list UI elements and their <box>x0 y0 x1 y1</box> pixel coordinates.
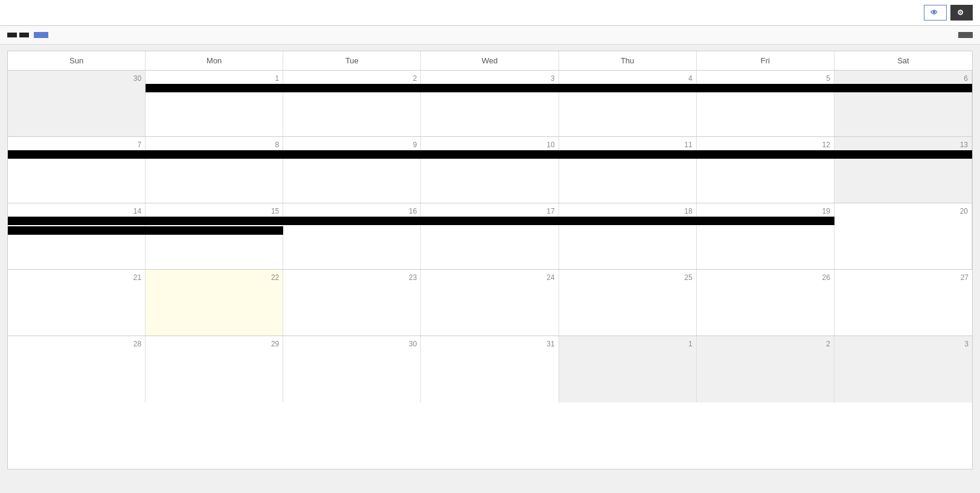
day-number: 19 <box>697 205 834 217</box>
cal-day-2-2[interactable]: 16 <box>283 203 421 269</box>
day-number: 29 <box>146 337 283 349</box>
day-number: 25 <box>559 271 696 283</box>
cal-day-2-0[interactable]: 14 <box>8 203 146 269</box>
screen-settings-button[interactable]: ⚙ <box>950 5 973 21</box>
next-button[interactable] <box>19 33 29 37</box>
cal-day-1-1[interactable]: 8 <box>146 137 283 203</box>
preview-button[interactable]: 👁 <box>924 5 947 21</box>
calendar-week-1: 78910111213 <box>8 137 972 203</box>
day-number: 22 <box>146 271 283 283</box>
day-number: 2 <box>697 337 834 349</box>
event-bar-w0-e0 <box>146 84 972 92</box>
cal-day-1-3[interactable]: 10 <box>421 137 559 203</box>
day-number: 5 <box>697 72 834 84</box>
day-header-mon: Mon <box>146 51 283 70</box>
day-number: 10 <box>421 138 558 150</box>
cal-day-4-4[interactable]: 1 <box>559 336 697 402</box>
cal-day-3-0[interactable]: 21 <box>8 270 146 336</box>
cal-day-3-3[interactable]: 24 <box>421 270 559 336</box>
cal-day-1-0[interactable]: 7 <box>8 137 146 203</box>
cal-day-3-4[interactable]: 25 <box>559 270 697 336</box>
month-view-button[interactable] <box>958 32 973 38</box>
cal-day-4-6[interactable]: 3 <box>834 336 972 402</box>
day-number: 7 <box>8 138 145 150</box>
day-number: 20 <box>834 205 972 217</box>
cal-day-4-3[interactable]: 31 <box>421 336 559 402</box>
day-number: 4 <box>559 72 696 84</box>
navbar <box>0 26 980 45</box>
day-number: 11 <box>559 138 696 150</box>
calendar-grid: 3012345678910111213141516171819202122232… <box>8 71 972 469</box>
day-number: 27 <box>834 271 972 283</box>
event-bar-w2-e1 <box>8 226 283 235</box>
day-number: 17 <box>421 205 558 217</box>
day-number: 1 <box>559 337 696 349</box>
cal-day-2-3[interactable]: 17 <box>421 203 559 269</box>
cal-day-4-2[interactable]: 30 <box>283 336 421 402</box>
day-header-fri: Fri <box>697 51 834 70</box>
cal-day-0-5[interactable]: 5 <box>697 71 834 136</box>
event-bar-w2-e0 <box>8 217 834 225</box>
day-number: 9 <box>283 138 420 150</box>
nav-arrows <box>7 33 29 37</box>
day-number: 23 <box>283 271 420 283</box>
cal-day-4-0[interactable]: 28 <box>8 336 146 402</box>
day-number: 31 <box>421 337 558 349</box>
cal-day-1-2[interactable]: 9 <box>283 137 421 203</box>
cal-day-0-0[interactable]: 30 <box>8 71 146 136</box>
day-header-thu: Thu <box>559 51 697 70</box>
day-number: 16 <box>283 205 420 217</box>
day-number: 3 <box>834 337 972 349</box>
topbar-buttons: 👁 ⚙ <box>924 5 973 21</box>
day-header-sun: Sun <box>8 51 146 70</box>
event-bar-w1-e0 <box>8 150 421 159</box>
cal-day-1-4[interactable]: 11 <box>559 137 697 203</box>
prev-button[interactable] <box>7 33 17 37</box>
day-number: 12 <box>697 138 834 150</box>
cal-day-2-4[interactable]: 18 <box>559 203 697 269</box>
calendar-week-4: 28293031123 <box>8 336 972 402</box>
calendar-week-0: 30123456 <box>8 71 972 137</box>
day-number: 2 <box>283 72 420 84</box>
day-number: 30 <box>283 337 420 349</box>
cal-day-0-3[interactable]: 3 <box>421 71 559 136</box>
day-number: 21 <box>8 271 145 283</box>
cal-day-0-2[interactable]: 2 <box>283 71 421 136</box>
cal-day-1-5[interactable]: 12 <box>697 137 834 203</box>
day-number: 14 <box>8 205 145 217</box>
cal-day-3-6[interactable]: 27 <box>834 270 972 336</box>
topbar: 👁 ⚙ <box>0 0 980 26</box>
cal-day-3-5[interactable]: 26 <box>697 270 834 336</box>
day-number: 26 <box>697 271 834 283</box>
day-header-wed: Wed <box>421 51 559 70</box>
cal-day-2-5[interactable]: 19 <box>697 203 834 269</box>
cal-day-2-6[interactable]: 20 <box>834 203 972 269</box>
day-number: 28 <box>8 337 145 349</box>
day-number: 6 <box>834 72 972 84</box>
today-button[interactable] <box>34 32 48 38</box>
day-number: 13 <box>834 138 972 150</box>
day-number: 15 <box>146 205 283 217</box>
day-number: 1 <box>146 72 283 84</box>
day-number: 24 <box>421 271 558 283</box>
screen-settings-icon: ⚙ <box>957 8 964 17</box>
day-number: 8 <box>146 138 283 150</box>
cal-day-0-4[interactable]: 4 <box>559 71 697 136</box>
cal-day-2-1[interactable]: 15 <box>146 203 283 269</box>
day-header-sat: Sat <box>834 51 972 70</box>
cal-day-0-6[interactable]: 6 <box>834 71 972 136</box>
cal-day-1-6[interactable]: 13 <box>834 137 972 203</box>
cal-day-4-1[interactable]: 29 <box>146 336 283 402</box>
day-headers: SunMonTueWedThuFriSat <box>8 51 972 71</box>
day-number: 18 <box>559 205 696 217</box>
calendar-week-2: 14151617181920 <box>8 203 972 270</box>
calendar-wrapper: SunMonTueWedThuFriSat 301234567891011121… <box>7 51 973 469</box>
calendar-week-3: 21222324252627 <box>8 270 972 336</box>
day-header-tue: Tue <box>283 51 421 70</box>
cal-day-3-1[interactable]: 22 <box>146 270 283 336</box>
cal-day-3-2[interactable]: 23 <box>283 270 421 336</box>
cal-day-4-5[interactable]: 2 <box>697 336 834 402</box>
cal-day-0-1[interactable]: 1 <box>146 71 283 136</box>
day-number: 30 <box>8 72 145 84</box>
day-number: 3 <box>421 72 558 84</box>
